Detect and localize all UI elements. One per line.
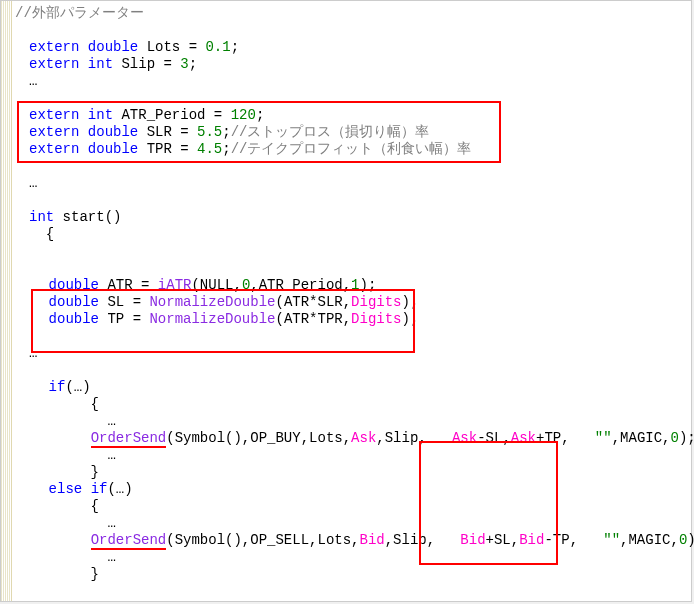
code-line: double TP = NormalizeDouble(ATR*TPR,Digi…	[15, 311, 691, 328]
code-line: extern double TPR = 4.5;//テイクプロフィット（利食い幅…	[15, 141, 691, 158]
code-line: …	[15, 515, 691, 532]
blank-line	[15, 158, 691, 175]
code-line: …	[15, 447, 691, 464]
comment: //外部パラメーター	[15, 5, 144, 21]
code-line: …	[15, 345, 691, 362]
blank-line	[15, 243, 691, 260]
code-line: double SL = NormalizeDouble(ATR*SLR,Digi…	[15, 294, 691, 311]
code-line: }	[15, 464, 691, 481]
code-line: …	[15, 600, 691, 602]
code-line: …	[15, 413, 691, 430]
ordersend-call: OrderSend	[91, 532, 167, 550]
code-line: else if(…)	[15, 481, 691, 498]
code-line: }	[15, 566, 691, 583]
code-line: …	[15, 549, 691, 566]
code-line: OrderSend(Symbol(),OP_BUY,Lots,Ask,Slip,…	[15, 430, 691, 447]
code-line: {	[15, 498, 691, 515]
code-line: …	[15, 73, 691, 90]
code-line: {	[15, 226, 691, 243]
code-line: extern double SLR = 5.5;//ストップロス（損切り幅）率	[15, 124, 691, 141]
blank-line	[15, 192, 691, 209]
blank-line	[15, 362, 691, 379]
ordersend-call: OrderSend	[91, 430, 167, 448]
fold-gutter	[1, 1, 12, 601]
blank-line	[15, 583, 691, 600]
code-line: extern double Lots = 0.1;	[15, 39, 691, 56]
blank-line	[15, 22, 691, 39]
code-area: //外部パラメーター extern double Lots = 0.1; ext…	[11, 1, 691, 602]
code-line: {	[15, 396, 691, 413]
code-line: extern int Slip = 3;	[15, 56, 691, 73]
code-line: double ATR = iATR(NULL,0,ATR_Period,1);	[15, 277, 691, 294]
code-line: extern int ATR_Period = 120;	[15, 107, 691, 124]
code-line: OrderSend(Symbol(),OP_SELL,Lots,Bid,Slip…	[15, 532, 691, 549]
blank-line	[15, 260, 691, 277]
code-line: …	[15, 175, 691, 192]
code-editor: //外部パラメーター extern double Lots = 0.1; ext…	[0, 0, 692, 602]
blank-line	[15, 328, 691, 345]
blank-line	[15, 90, 691, 107]
code-line: int start()	[15, 209, 691, 226]
code-line: if(…)	[15, 379, 691, 396]
code-line: //外部パラメーター	[15, 5, 691, 22]
